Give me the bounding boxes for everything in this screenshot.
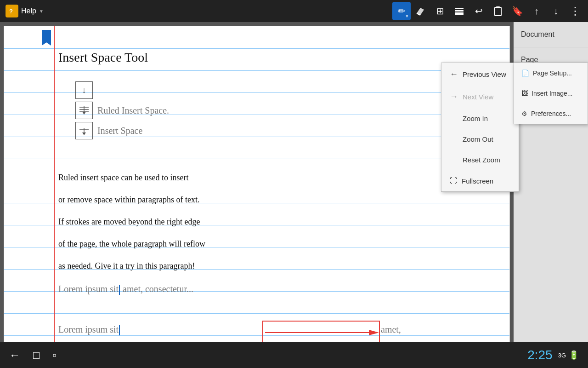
next-view-item[interactable]: → Next View xyxy=(441,86,519,108)
svg-marker-13 xyxy=(82,112,86,115)
svg-rect-8 xyxy=(496,6,500,8)
svg-rect-4 xyxy=(455,10,464,12)
icon-row-3: Insert Space xyxy=(75,122,169,139)
eraser-tool-button[interactable] xyxy=(412,2,430,20)
home-nav-button[interactable]: □ xyxy=(33,349,40,362)
svg-marker-16 xyxy=(82,132,86,135)
battery-icon: 🔋 xyxy=(569,350,579,360)
cursor-2 xyxy=(119,325,120,335)
fullscreen-item[interactable]: ⛶ Fullscreen xyxy=(441,170,519,191)
fullscreen-icon: ⛶ xyxy=(450,177,457,185)
help-label: Help xyxy=(21,7,36,15)
svg-text:?: ? xyxy=(9,8,13,15)
zoom-out-item[interactable]: Zoom Out xyxy=(441,129,519,150)
clock-display: 2:25 xyxy=(527,348,553,362)
scroll-down-button[interactable]: ↓ xyxy=(547,2,565,20)
preferences-item[interactable]: ⚙ Preferences... xyxy=(514,104,588,124)
help-dropdown-icon: ▼ xyxy=(39,9,44,14)
previous-view-item[interactable]: ← Previous View xyxy=(441,63,519,86)
ruled-insert-icon: ↓ xyxy=(75,81,93,99)
layout-button[interactable] xyxy=(450,2,469,20)
view-dropdown: ← Previous View → Next View Zoom In Zoom… xyxy=(441,63,519,192)
zoom-in-item[interactable]: Zoom In xyxy=(441,108,519,129)
notebook-title: Insert Space Tool xyxy=(58,50,148,65)
page-setup-item[interactable]: 📄 Page Setup... xyxy=(514,63,588,83)
help-button[interactable]: ? Help ▼ xyxy=(0,0,49,22)
ruled-line xyxy=(4,48,509,49)
toolbar: ? Help ▼ ✏ ⊞ ↩ xyxy=(0,0,588,22)
view-options-dropdown: 📄 Page Setup... 🖼 Insert Image... ⚙ Pref… xyxy=(514,63,588,124)
panel-document[interactable]: Document xyxy=(514,22,588,47)
more-menu-button[interactable]: ⋮ xyxy=(566,2,584,20)
lorem-ipsum-2b: amet, xyxy=(381,324,401,335)
help-icon: ? xyxy=(6,5,18,17)
icon-row-1: ↓ xyxy=(75,81,169,99)
preferences-icon: ⚙ xyxy=(521,110,527,117)
grid-button[interactable]: ⊞ xyxy=(431,2,449,20)
insert-icons-area: ↓ Ruled Insert Space. xyxy=(75,81,169,139)
svg-rect-3 xyxy=(455,8,464,9)
undo-button[interactable]: ↩ xyxy=(469,2,488,20)
reset-zoom-item[interactable]: Reset Zoom xyxy=(441,150,519,170)
ruled-line xyxy=(4,159,509,159)
bookmark-button[interactable]: 🔖 xyxy=(508,2,526,20)
svg-rect-5 xyxy=(455,12,464,14)
signal-icon: 3G xyxy=(558,352,566,359)
lorem-ipsum-1: Lorem ipsum sit amet, consectetur... xyxy=(58,284,193,295)
recents-nav-button[interactable]: ▫ xyxy=(53,349,57,362)
paragraph-text: Ruled insert space can be used to insert… xyxy=(58,167,458,277)
ruled-insert-label: Ruled Insert Space. xyxy=(97,105,169,116)
icon-row-2: Ruled Insert Space. xyxy=(75,102,169,119)
svg-marker-18 xyxy=(369,330,379,335)
clipboard-button[interactable] xyxy=(489,2,507,20)
insert-image-item[interactable]: 🖼 Insert Image... xyxy=(514,83,588,104)
insert-space-indicator xyxy=(262,321,380,343)
insert-space-label: Insert Space xyxy=(97,126,142,136)
fwd-arrow-icon: → xyxy=(450,92,458,102)
insert-image-icon: 🖼 xyxy=(521,90,528,97)
ruled-insert-icon-2 xyxy=(75,102,93,119)
back-nav-button[interactable]: ← xyxy=(9,349,20,362)
scroll-up-button[interactable]: ↑ xyxy=(527,2,546,20)
ruled-line xyxy=(4,313,509,314)
insert-space-icon xyxy=(75,122,93,139)
page-setup-icon: 📄 xyxy=(521,69,529,77)
ruled-line xyxy=(4,70,509,71)
cursor-1 xyxy=(119,285,120,295)
notebook: Insert Space Tool ↓ Ruled Insert xyxy=(4,26,510,364)
svg-rect-7 xyxy=(495,7,501,16)
margin-line xyxy=(54,26,55,364)
lorem-ipsum-2: Lorem ipsum sit xyxy=(58,324,120,335)
status-icons: 3G 🔋 xyxy=(558,350,579,360)
toolbar-icons: ✏ ⊞ ↩ 🔖 ↑ ↓ ⋮ xyxy=(392,2,588,20)
bottom-bar: ← □ ▫ 2:25 3G 🔋 xyxy=(0,342,588,368)
pen-tool-button[interactable]: ✏ xyxy=(392,2,411,20)
back-arrow-icon: ← xyxy=(450,69,458,79)
